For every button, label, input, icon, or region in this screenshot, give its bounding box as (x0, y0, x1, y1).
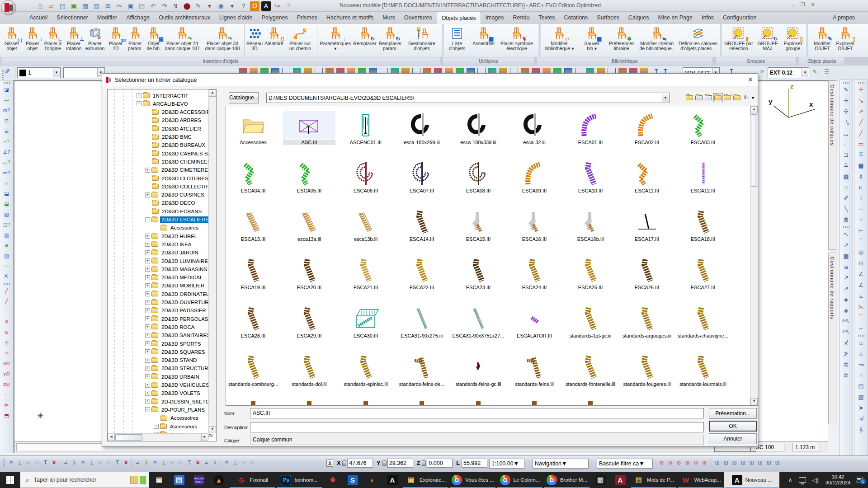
status-right-5-icon[interactable]: ⊕ (701, 459, 708, 467)
tree-item-2d-3d-mobilier[interactable]: +2D&3D MOBILIER (145, 282, 206, 290)
taskbar-arcplus-active[interactable]: ANouveau ... (724, 472, 779, 488)
catalog-item-esca26-iii[interactable]: ESCA26.III (621, 256, 673, 290)
ribbon-button-gestionnaire[interactable]: Gestionnaire d'objets (403, 24, 440, 57)
snap-tool-2-icon[interactable]: ▫ (2, 307, 12, 316)
tree-item-2d-3d-collectif[interactable]: 2D&3D COLLECTIF (145, 183, 210, 190)
left-tool-0-icon[interactable]: ◪ (2, 85, 12, 94)
catalog-item-standards-1qt-gc-iii[interactable]: standards-1qt-gc.iii (564, 304, 617, 338)
left-tool-12-icon[interactable]: ▧ (2, 210, 12, 219)
snap-tool-4-icon[interactable]: ⊙ (2, 328, 12, 337)
mail-icon[interactable]: ✉ (103, 1, 113, 11)
catalog-item-esca25-iii[interactable]: ESCA25.III (564, 256, 617, 290)
tree-item-2d-3d-medical[interactable]: +2D&3D MEDICAL (145, 274, 204, 282)
expand-icon[interactable]: + (145, 234, 150, 239)
snap-tool-0-icon[interactable]: ╱ (2, 286, 12, 296)
tree-item-2d-3d-accessoires[interactable]: 2D&3D ACCESSOIRES (145, 108, 217, 116)
right-b-tool-25-icon[interactable]: ⌂ (856, 349, 866, 358)
left-tool-8-icon[interactable]: ▭? (2, 169, 12, 178)
tab-outils-architecturaux[interactable]: Outils architecturaux (154, 12, 215, 24)
left-tool-6-icon[interactable]: ∠? (2, 148, 12, 157)
catalog-item-esca29-iii[interactable]: ESCA29.III (283, 304, 335, 338)
status-tool-4-icon[interactable]: T (42, 459, 49, 467)
tree-item-2d-3d-roca[interactable]: +2D&3D ROCA (145, 323, 196, 331)
right-a-tool-27-icon[interactable]: ⧉ (841, 371, 851, 380)
coord-field-z[interactable]: 0.000 (427, 459, 453, 468)
right-a-tool-7-icon[interactable]: ≞ (841, 161, 851, 170)
address-book-icon[interactable] (704, 94, 713, 102)
status-tool-2-icon[interactable]: ⌐ (24, 459, 32, 467)
status-tool-1-icon[interactable]: ⊥ (16, 459, 24, 467)
stop-hand-icon[interactable]: ⬤ (182, 1, 192, 11)
tab-ouvertures[interactable]: Ouvertures (400, 12, 437, 24)
coord-field-x[interactable]: 47.676 (347, 459, 373, 468)
expand-icon[interactable]: + (145, 383, 150, 388)
right-a-tool-6-icon[interactable]: ⊐ (841, 150, 851, 160)
expand-icon[interactable]: + (145, 316, 150, 321)
right-b-tool-19-icon[interactable]: ⦜ (856, 291, 866, 300)
catalog-item-esca02-iii[interactable]: ESCA02.III (621, 111, 673, 145)
view-eye-icon[interactable]: ◉ (216, 1, 226, 11)
expand-icon[interactable]: + (145, 341, 150, 346)
status-right-13-icon[interactable]: ⊞ (774, 459, 781, 467)
tree-item-2d-3d-pergolas[interactable]: +2D&3D PERGOLAS (145, 315, 210, 323)
tree-item-2d-3d-sports[interactable]: +2D&3D SPORTS (145, 340, 202, 347)
right-b-tool-27-icon[interactable]: ⌂ (856, 371, 866, 380)
status-tool-22-icon[interactable]: ≠ (203, 459, 210, 467)
tree-item-2d-3d-luminaires[interactable]: +2D&3D LUMINAIRES (145, 257, 213, 265)
right-b-tool-31-icon[interactable]: ≉ (856, 414, 866, 423)
ribbon-button-placer-[interactable]: ∟Placer à l'origine (42, 24, 63, 57)
taskbar-webacappella[interactable]: WWebAcap... (677, 472, 724, 488)
catalog-item-esca10-iii[interactable]: ESCA10.III (564, 159, 617, 193)
snap-tool-12-icon[interactable]: ⬒ (2, 411, 12, 420)
pen2-green-icon[interactable]: ✎ (812, 68, 817, 75)
right-b-tool-5-icon[interactable]: ▭ (856, 139, 866, 149)
tree-item-2d-3d-ikea[interactable]: +2D&3D IKEA (145, 240, 193, 248)
catalog-item-esca15-iii[interactable]: ESCA15.III (452, 207, 505, 242)
tray-clock[interactable]: 10:4230/12/2024 (826, 474, 850, 486)
tray-chevron-icon[interactable]: ∧ (788, 477, 793, 483)
dropdown1-icon[interactable]: ▾ (205, 1, 214, 11)
left-tool-13-icon[interactable]: ◻? (2, 221, 12, 230)
expand-icon[interactable]: + (145, 168, 150, 173)
status-tool-11-icon[interactable]: ∷ (105, 459, 113, 467)
snap-tool-8-icon[interactable]: y⊙ (2, 370, 12, 379)
nom-field[interactable]: ASC.III (250, 408, 704, 418)
catalog-item-esca11-iii[interactable]: ESCA11.III (621, 159, 673, 193)
ribbon-button-placer-objet-2d[interactable]: ↷Placer objet 2d dans calque 187 (163, 24, 202, 57)
right-b-tool-9-icon[interactable]: ⊾ (856, 183, 866, 192)
right-b-tool-0-icon[interactable]: ✛ (856, 85, 866, 94)
catalog-item-esca13b-iii[interactable]: esca13b.iii (340, 207, 392, 242)
catalog-item-ascenc01-iii[interactable]: ASCENC01.III (340, 111, 392, 145)
right-b-tool-13-icon[interactable]: ⊢ (856, 226, 866, 235)
status-right-7-icon[interactable]: ⊞ (722, 459, 730, 467)
ribbon-button-d-finir-les-calques[interactable]: Définir les calques d'objets placés... (678, 24, 718, 57)
tree-item-2d-dessin-sketch[interactable]: +2D-DESSIN_SKETCH (145, 398, 214, 405)
catalog-item-esca05-iii[interactable]: ESCA05.III (283, 159, 335, 193)
left-tool-7-icon[interactable]: ▭? (2, 158, 12, 167)
ribbon-button-assembler[interactable]: ▦Assembler (471, 24, 496, 57)
grid-v-scroll-thumb[interactable] (751, 114, 757, 187)
grid-v-scrollbar[interactable]: ▲▼ (750, 106, 758, 405)
tab-images[interactable]: Images (481, 12, 509, 24)
taskbar-avira[interactable]: ▲ (209, 472, 229, 488)
ribbon-button-remplacer[interactable]: ↻Remplacer (353, 24, 377, 57)
side-tab-calques[interactable]: Gestionnaire de calques (828, 80, 836, 250)
ribbon-button-groupe-par[interactable]: ▮GROUPE par sélection (723, 24, 754, 57)
taskbar-amazon-music[interactable]: amazon music (189, 472, 209, 488)
tree-item-ascenseurs[interactable]: +Ascenseurs (154, 422, 198, 430)
tree-item-2d-3d-patissier[interactable]: +2D&3D PATISSIER (145, 307, 208, 314)
status-tool-13-icon[interactable]: ¥ (122, 459, 130, 467)
status-tool-18-icon[interactable]: ⌐ (168, 459, 176, 467)
tab-murs[interactable]: Murs (378, 12, 400, 24)
catalog-item-esca16-iii[interactable]: ESCA16.III (508, 207, 561, 242)
status-tool-27-icon[interactable]: ∷ (249, 459, 256, 467)
right-a-tool-22-icon[interactable]: ᴬ↖ (841, 316, 851, 326)
left-tool-5-icon[interactable]: ⌐? (2, 137, 12, 146)
right-b-tool-14-icon[interactable]: ⌒ (856, 237, 866, 246)
expand-icon[interactable]: + (145, 349, 150, 354)
expand-icon[interactable]: + (154, 424, 159, 429)
tab-a-propos[interactable]: A propos (828, 12, 859, 24)
ribbon-button-placer[interactable]: ↓Placer objet (23, 24, 42, 57)
tree-item-2d-3d-sanitaires[interactable]: +2D&3D SANITAIRES (145, 332, 212, 339)
status-right-2-icon[interactable]: ⊕ (675, 459, 683, 467)
